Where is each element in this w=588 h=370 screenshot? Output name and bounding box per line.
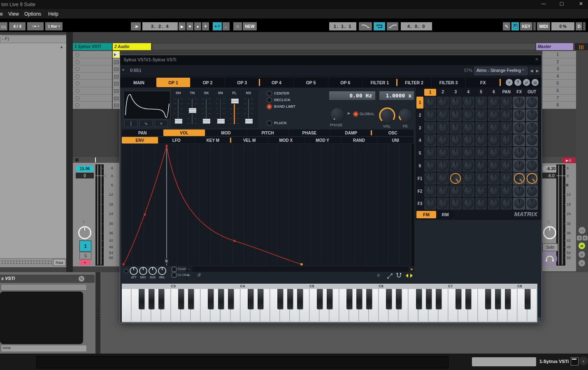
piano-black-key[interactable] [287, 289, 293, 309]
browser-collapse-icon[interactable]: ▲ [60, 45, 63, 49]
track-activator-button[interactable]: 1 [79, 240, 91, 252]
plugin-tab-main[interactable]: MAIN [122, 78, 156, 87]
sends-section-button[interactable]: S [577, 236, 582, 240]
key-map-button[interactable]: KEY [520, 22, 532, 30]
option-radio-declick[interactable] [267, 97, 272, 103]
back-to-arrangement-button[interactable]: ← [223, 22, 230, 30]
waveform-overview[interactable] [1, 260, 52, 265]
env-scroll-left[interactable]: ‹ [186, 266, 192, 272]
articulator-tab-mody[interactable]: MOD Y [304, 137, 341, 143]
matrix-knob-6-6[interactable] [489, 161, 498, 170]
piano-black-key[interactable] [178, 289, 184, 309]
ratio-display[interactable]: 1.0000 x [379, 91, 414, 100]
play-button[interactable]: ▶ [179, 22, 186, 30]
env-target-tab-pitch[interactable]: PITCH [247, 130, 288, 136]
track-arm-button[interactable]: ● [79, 260, 91, 265]
piano-black-key[interactable] [485, 289, 491, 309]
matrix-knob-F3-5[interactable] [476, 199, 486, 208]
matrix-knob-4-3[interactable] [451, 136, 460, 145]
slider-thumb-sn[interactable] [217, 118, 225, 124]
matrix-knob-4-2[interactable] [438, 136, 447, 145]
matrix-knob-3-FX[interactable] [515, 123, 524, 132]
close-button[interactable]: ✕ [575, 1, 587, 8]
help-icon[interactable]: ? [514, 79, 521, 86]
track-solo-button[interactable]: S [79, 252, 91, 259]
matrix-knob-F1-4[interactable] [464, 174, 473, 183]
env-target-tab-pan[interactable]: PAN [122, 130, 163, 136]
track-header-1[interactable]: 1 Sytrus VSTi [73, 43, 112, 50]
frequency-display[interactable]: 0.00 Hz [329, 91, 375, 100]
key-split-button[interactable] [533, 22, 536, 30]
option-radio-center[interactable] [267, 91, 272, 96]
disk-split-button[interactable] [583, 22, 586, 30]
matrix-knob-5-FX[interactable] [515, 148, 524, 157]
matrix-rm-tab[interactable]: RM [437, 211, 453, 218]
piano-black-key[interactable] [436, 289, 442, 309]
articulator-tab-env[interactable]: ENV [122, 137, 158, 143]
slider-thumb-sk[interactable] [202, 118, 211, 124]
computer-midi-keyboard-button[interactable] [511, 22, 519, 30]
matrix-knob-5-2[interactable] [438, 148, 447, 157]
matrix-knob-F2-4[interactable] [464, 187, 473, 196]
keyboard-toggle-icon[interactable]: ▤ [532, 79, 539, 86]
wave-shape-wave-button[interactable]: ∿ [139, 120, 153, 127]
wave-shape-sine-button[interactable]: ⌠ [124, 120, 137, 127]
piano-white-key[interactable] [122, 289, 131, 321]
delay-section-button[interactable]: D [579, 251, 585, 258]
matrix-knob-3-5[interactable] [476, 123, 486, 132]
global-radio[interactable] [353, 111, 358, 117]
io-section-button[interactable]: I-O [579, 227, 586, 234]
record-button[interactable]: ● [194, 22, 201, 30]
matrix-knob-F2-2[interactable] [438, 187, 447, 196]
track-header-2[interactable]: 2 Audio [113, 43, 151, 50]
matrix-knob-F3-2[interactable] [438, 199, 447, 208]
matrix-knob-F3-PAN[interactable] [502, 199, 511, 208]
matrix-knob-3-OUT[interactable] [528, 123, 537, 132]
slider-thumb-sh[interactable] [174, 118, 183, 124]
stop-all-clips-button[interactable]: ▶☰ [562, 157, 575, 163]
matrix-knob-6-5[interactable] [476, 161, 486, 170]
phase-knob[interactable] [330, 108, 344, 122]
piano-black-key[interactable] [248, 289, 253, 309]
waveform-display[interactable] [123, 91, 170, 119]
loop-button[interactable] [374, 22, 385, 30]
track-peak-value[interactable]: 15.96 [76, 166, 94, 172]
slider-thumb-tn[interactable] [188, 108, 197, 113]
io-toggle-button[interactable]: ||| [575, 43, 588, 50]
matrix-knob-F3-1[interactable] [426, 199, 435, 208]
time-signature[interactable]: 4 / 4 [9, 22, 26, 30]
matrix-knob-F2-3[interactable] [451, 187, 460, 196]
wave-shape-double-button[interactable]: ≈ [155, 120, 168, 127]
stretch-icon[interactable] [406, 273, 413, 280]
crossfader-trough[interactable] [36, 356, 449, 368]
draw-mode-button[interactable]: ✎ [503, 22, 510, 30]
matrix-knob-4-4[interactable] [464, 136, 473, 145]
env-reset-icon[interactable]: ↺ [197, 273, 201, 278]
device-routing-bar[interactable] [1, 345, 87, 352]
matrix-fm-tab[interactable]: FM [416, 211, 436, 218]
envelope-vscrollbar[interactable] [411, 144, 414, 266]
option-radio-pluck[interactable] [267, 120, 272, 126]
matrix-knob-1-3[interactable] [451, 98, 460, 107]
articulator-tab-rand[interactable]: RAND [341, 137, 378, 143]
browser-header[interactable] [0, 35, 67, 43]
matrix-knob-6-PAN[interactable] [502, 161, 511, 170]
stop-button[interactable]: ■ [186, 22, 193, 30]
matrix-knob-5-PAN[interactable] [502, 148, 511, 157]
matrix-knob-4-6[interactable] [489, 136, 498, 145]
matrix-knob-3-2[interactable] [438, 123, 447, 132]
groove-raw-button[interactable]: Raw [53, 259, 66, 266]
matrix-knob-F1-6[interactable] [489, 174, 498, 183]
matrix-knob-2-6[interactable] [489, 111, 498, 120]
matrix-knob-2-2[interactable] [438, 111, 447, 120]
tempo-checkbox[interactable] [172, 267, 177, 272]
piano-black-key[interactable] [465, 289, 471, 309]
matrix-knob-2-3[interactable] [451, 111, 460, 120]
slider-thumb-fl[interactable] [231, 98, 239, 104]
env-scroll-right[interactable]: ➤ [409, 266, 414, 272]
plugin-tab-filter3[interactable]: FILTER 3 [432, 78, 466, 87]
returns-section-button[interactable]: R [583, 236, 588, 240]
piano-black-key[interactable] [317, 289, 323, 309]
plugin-menu-chevron[interactable]: ▾ [122, 68, 124, 72]
matrix-knob-4-5[interactable] [476, 136, 486, 145]
